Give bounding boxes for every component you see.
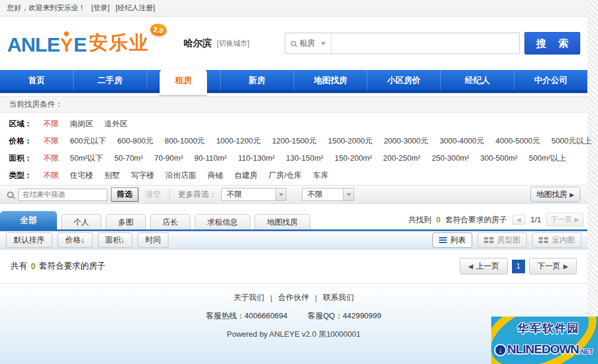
filter-option[interactable]: 130-150m² [286, 154, 323, 162]
filter-option[interactable]: 90-110m² [194, 154, 227, 162]
agent-register-link[interactable]: [经纪人注册] [116, 3, 155, 13]
filter-option[interactable]: 600元以下 [70, 136, 106, 146]
select-value: 不限 [303, 189, 343, 200]
filter-option[interactable]: 50-70m² [114, 154, 143, 162]
nav-item-label: 中介公司 [535, 70, 568, 90]
result-tabs: 全部个人多图店长求租信息地图找房 [0, 211, 310, 229]
footer-link[interactable]: 合作伙伴 [278, 292, 309, 303]
filter-option[interactable]: 不限 [43, 119, 59, 129]
filter-row-label: 价格： [9, 136, 43, 146]
view-button[interactable]: 室内图 [532, 232, 581, 248]
site-logo[interactable]: ANLE Y E 安乐业 2.0 [7, 30, 150, 56]
search-input[interactable] [332, 33, 519, 53]
filter-option[interactable]: 商铺 [208, 170, 223, 181]
current-city: 哈尔滨 [184, 37, 212, 50]
filter-option[interactable]: 2000-3000元 [384, 136, 428, 146]
filter-option[interactable]: 500m²以上 [529, 153, 566, 164]
prev-page-small-button[interactable]: ◀ [512, 215, 526, 225]
filter-option[interactable]: 写字楼 [131, 170, 154, 181]
filter-option[interactable]: 4000-5000元 [495, 136, 540, 146]
filter-option[interactable]: 道外区 [104, 119, 128, 129]
filter-option[interactable]: 110-130m² [238, 154, 275, 162]
result-summary: 共找到 0 套符合要求的房子 ◀ 1/1 下一页 ▶ [408, 213, 587, 229]
filter-option[interactable]: 250-300m² [432, 154, 469, 162]
filter-option[interactable]: 5000元以上 [551, 136, 591, 146]
nav-item[interactable]: 中介公司 [514, 70, 587, 90]
next-page-small-button[interactable]: 下一页 ▶ [546, 213, 584, 226]
filter-option[interactable]: 70-90m² [154, 154, 183, 162]
switch-city-link[interactable]: [切换城市] [217, 39, 250, 49]
filter-option[interactable]: 1500-2000元 [328, 136, 373, 146]
filter-option[interactable]: 车库 [313, 170, 329, 181]
more-filter-select-2[interactable]: 不限 [302, 188, 354, 201]
nav-item[interactable]: 首页 [0, 70, 73, 90]
sort-button[interactable]: 面积↓ [98, 232, 133, 248]
filter-option[interactable]: 南岗区 [70, 119, 93, 129]
filter-option[interactable]: 300-500m² [481, 154, 518, 162]
footer-link[interactable]: 联系我们 [323, 292, 354, 303]
view-button[interactable]: 房型图 [478, 232, 527, 248]
divider [169, 190, 170, 199]
map-search-label: 地图找房 [536, 189, 567, 200]
summary-prefix: 共找到 [408, 215, 431, 225]
nav-item[interactable]: 小区房价 [367, 70, 440, 90]
more-filter-select-1[interactable]: 不限 [221, 188, 287, 201]
sort-button[interactable]: 价格↓ [58, 232, 93, 248]
next-page-button[interactable]: 下一页 ▶ [529, 258, 577, 274]
filter-button[interactable]: 筛选 [111, 187, 138, 202]
filter-option[interactable]: 不限 [43, 170, 59, 181]
filter-option[interactable]: 800-1000元 [164, 136, 205, 146]
filter-option[interactable]: 住宅楼 [70, 170, 93, 181]
view-button-label: 房型图 [497, 235, 520, 245]
result-count: 0 [436, 215, 440, 224]
watermark-en-row: ↓ NLINEDOWN .NET [494, 342, 593, 356]
nav-item[interactable]: 新房 [220, 70, 294, 90]
hotline-text: 客服热线：4006660694 [206, 311, 287, 321]
prev-page-button[interactable]: ◀ 上一页 [460, 258, 507, 274]
filter-option[interactable]: 600-800元 [117, 136, 154, 146]
logo-text-en-suffix: E [74, 33, 87, 56]
filter-row-label: 类型： [9, 170, 43, 181]
footer-link[interactable]: 关于我们 [234, 292, 265, 303]
filter-option[interactable]: 不限 [43, 153, 59, 164]
search-category-dropdown[interactable]: 租房 [285, 33, 332, 53]
filter-row: 区域：不限南岗区道外区 [0, 115, 587, 132]
filter-option[interactable]: 50m²以下 [70, 153, 103, 164]
filter-option[interactable]: 200-250m² [383, 154, 421, 162]
arrow-left-icon: ◀ [517, 216, 521, 223]
results-prefix: 共有 [11, 261, 27, 272]
map-search-button[interactable]: 地图找房 ▶ [530, 187, 580, 202]
sort-button[interactable]: 默认排序 [6, 232, 52, 248]
filter-option[interactable]: 150-200m² [335, 154, 372, 162]
clear-button[interactable]: 清空 [145, 189, 161, 200]
nav-item[interactable]: 经纪人 [440, 70, 514, 90]
filter-option[interactable]: 不限 [43, 136, 59, 146]
search-button[interactable]: 搜 索 [524, 32, 580, 55]
result-tab[interactable]: 地图找房 [255, 214, 310, 229]
filter-option[interactable]: 别墅 [104, 170, 120, 181]
result-tab[interactable]: 多图 [106, 214, 146, 229]
filter-option[interactable]: 3000-4000元 [440, 136, 484, 146]
login-link[interactable]: [登录] [91, 3, 110, 13]
result-tab[interactable]: 个人 [61, 214, 101, 229]
filter-option[interactable]: 沿街店面 [166, 170, 196, 181]
view-button[interactable]: 列表 [432, 232, 472, 248]
filter-option[interactable]: 自建房 [234, 170, 257, 181]
current-page-number[interactable]: 1 [512, 260, 525, 273]
nav-item[interactable]: 地图找房 [294, 70, 367, 90]
result-tab[interactable]: 店长 [150, 214, 190, 229]
filter-option[interactable]: 1000-1200元 [216, 136, 260, 146]
nav-item-label: 新房 [249, 70, 265, 90]
select-value: 不限 [222, 189, 275, 200]
nav-item[interactable]: 二手房 [73, 70, 147, 90]
refine-search-input[interactable] [18, 189, 107, 201]
filter-option[interactable]: 1200-1500元 [272, 136, 317, 146]
result-tab[interactable]: 求租信息 [195, 214, 250, 229]
filter-option[interactable]: 厂房/仓库 [269, 170, 302, 181]
nav-item[interactable]: 租房 [147, 70, 220, 90]
sort-button[interactable]: 时间 [138, 232, 168, 248]
top-bar: 您好，欢迎来到安乐业！ [登录] [经纪人注册] [0, 0, 587, 17]
filter-toolbar: 筛选 清空 更多筛选： 不限 不限 地图找房 ▶ [0, 185, 587, 204]
result-tab[interactable]: 全部 [0, 211, 57, 229]
arrow-right-icon: ▶ [564, 263, 568, 270]
